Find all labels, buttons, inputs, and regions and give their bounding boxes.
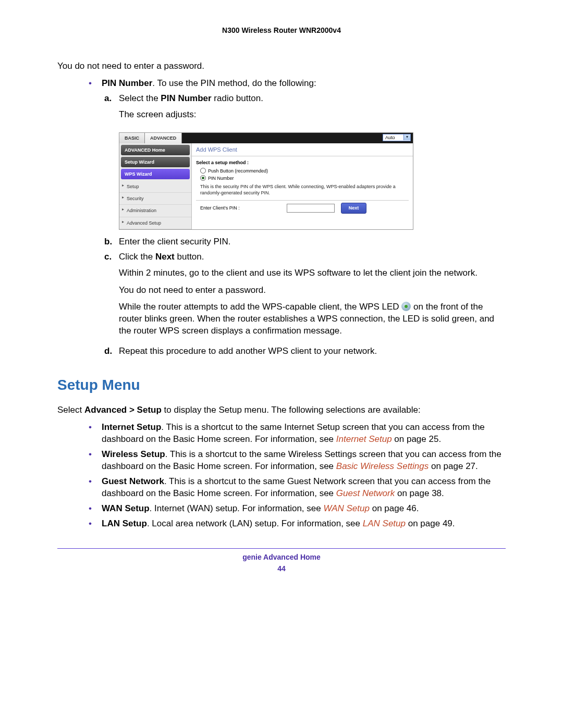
footer-page-number: 44	[57, 564, 506, 573]
step-marker-b: b.	[104, 236, 119, 248]
doc-header: N300 Wireless Router WNR2000v4	[57, 26, 506, 34]
b1-tail: on page 25.	[392, 434, 442, 444]
pin-description: This is the security PIN of the WPS clie…	[192, 182, 413, 198]
nav-setup[interactable]: Setup	[119, 181, 191, 193]
nav-advanced-setup[interactable]: Advanced Setup	[119, 217, 191, 229]
b1-bold: Internet Setup	[102, 422, 161, 432]
footer-rule	[57, 548, 506, 549]
radio-push-button[interactable]	[200, 168, 206, 174]
b4-text: . Internet (WAN) setup. For information,…	[150, 503, 324, 513]
enter-pin-label: Enter Client's PIN :	[200, 205, 240, 211]
step-c-text: Click the Next button. Within 2 minutes,…	[119, 251, 506, 343]
tab-advanced[interactable]: ADVANCED	[145, 133, 182, 143]
pin-number-label: PIN Number	[102, 78, 152, 88]
auto-dropdown[interactable]: Auto ▾	[383, 134, 411, 141]
radio-pin-number-row[interactable]: PIN Number	[192, 175, 413, 182]
bullet-mark: •	[89, 518, 102, 530]
step-a-pre: Select the	[119, 93, 161, 103]
b2-tail: on page 27.	[429, 461, 478, 471]
step-a-bold: PIN Number	[161, 93, 211, 103]
dropdown-arrow-icon: ▾	[403, 134, 410, 140]
client-pin-input[interactable]	[287, 204, 335, 213]
bullet-mark: •	[89, 422, 102, 446]
step-marker-d: d.	[104, 346, 119, 357]
auto-label: Auto	[385, 134, 395, 141]
radio-pin-number-label: PIN Number	[208, 175, 234, 181]
nav-wps-wizard[interactable]: WPS Wizard	[121, 169, 190, 179]
step-d-text: Repeat this procedure to add another WPS…	[119, 346, 506, 357]
pin-number-tail: . To use the PIN method, do the followin…	[152, 78, 316, 88]
panel-title: Add WPS Client	[192, 143, 413, 156]
bullet-internet-setup: Internet Setup. This is a shortcut to th…	[102, 422, 506, 446]
nav-administration[interactable]: Administration	[119, 205, 191, 217]
setup-intro-post: to display the Setup menu. The following…	[162, 405, 421, 415]
intro-no-password: You do not need to enter a password.	[57, 60, 506, 72]
bullet-mark: •	[89, 476, 102, 500]
setup-intro-pre: Select	[57, 405, 84, 415]
step-a-post: radio button.	[212, 93, 263, 103]
b3-tail: on page 38.	[395, 488, 444, 498]
link-wan-setup[interactable]: WAN Setup	[323, 503, 370, 513]
b5-bold: LAN Setup	[102, 519, 147, 528]
link-lan-setup[interactable]: LAN Setup	[363, 519, 406, 528]
step-b-text: Enter the client security PIN.	[119, 236, 506, 248]
step-c-line4-pre: While the router attempts to add the WPS…	[119, 302, 401, 312]
router-nav: ADVANCED Home Setup Wizard WPS Wizard Se…	[119, 143, 192, 229]
section-heading-setup-menu: Setup Menu	[57, 375, 506, 395]
wps-led-icon	[401, 302, 411, 311]
step-c-bold: Next	[155, 252, 175, 262]
bullet-wan-setup: WAN Setup. Internet (WAN) setup. For inf…	[102, 503, 506, 515]
step-marker-a: a.	[104, 93, 119, 126]
radio-push-button-row[interactable]: Push Button (recommended)	[192, 167, 413, 175]
step-a-text: Select the PIN Number radio button. The …	[119, 93, 506, 126]
b5-tail: on page 49.	[406, 519, 455, 528]
router-ui-screenshot: BASIC ADVANCED Auto ▾ ADVANCED Home Setu…	[119, 132, 413, 230]
bullet-mark: •	[89, 503, 102, 515]
bullet-wireless-setup: Wireless Setup. This is a shortcut to th…	[102, 449, 506, 473]
bullet-pin-number: PIN Number. To use the PIN method, do th…	[102, 78, 506, 90]
tab-basic[interactable]: BASIC	[119, 133, 145, 143]
bullet-guest-network: Guest Network. This is a shortcut to the…	[102, 476, 506, 500]
step-c-line4: While the router attempts to add the WPS…	[119, 301, 506, 337]
link-guest-network[interactable]: Guest Network	[336, 488, 395, 498]
bullet-mark: •	[89, 449, 102, 473]
nav-security[interactable]: Security	[119, 193, 191, 205]
step-c-pre: Click the	[119, 252, 155, 262]
b4-tail: on page 46.	[370, 503, 419, 513]
radio-push-button-label: Push Button (recommended)	[208, 168, 268, 174]
nav-setup-wizard[interactable]: Setup Wizard	[121, 157, 190, 167]
step-marker-c: c.	[104, 251, 119, 343]
bullet-mark: •	[89, 78, 102, 90]
setup-intro-bold: Advanced > Setup	[84, 405, 162, 415]
setup-intro: Select Advanced > Setup to display the S…	[57, 404, 506, 416]
b5-text: . Local area network (LAN) setup. For in…	[147, 519, 363, 528]
radio-pin-number[interactable]	[200, 175, 206, 181]
step-a-line2: The screen adjusts:	[119, 109, 506, 121]
footer-section: genie Advanced Home	[57, 553, 506, 561]
b4-bold: WAN Setup	[102, 503, 150, 513]
b3-bold: Guest Network	[102, 476, 164, 486]
link-basic-wireless-settings[interactable]: Basic Wireless Settings	[336, 461, 429, 471]
next-button[interactable]: Next	[341, 203, 367, 213]
step-c-post: button.	[175, 252, 204, 262]
setup-method-label: Select a setup method :	[192, 156, 413, 167]
step-c-line3: You do not need to enter a password.	[119, 285, 506, 297]
b2-bold: Wireless Setup	[102, 449, 165, 459]
step-c-line2: Within 2 minutes, go to the client and u…	[119, 267, 506, 279]
bullet-lan-setup: LAN Setup. Local area network (LAN) setu…	[102, 518, 506, 530]
link-internet-setup[interactable]: Internet Setup	[336, 434, 392, 444]
nav-advanced-home[interactable]: ADVANCED Home	[121, 145, 190, 155]
